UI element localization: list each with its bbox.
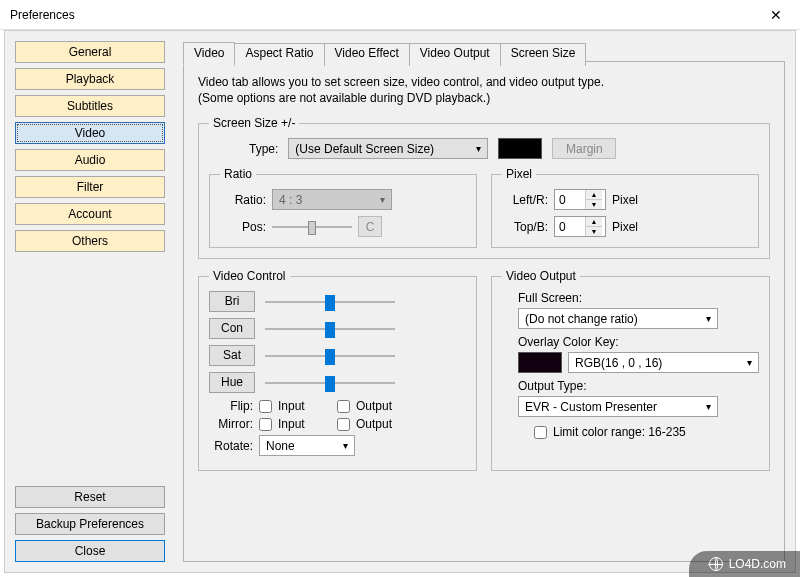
left-label: Left/R: [502, 193, 548, 207]
sidebar-item-general[interactable]: General [15, 41, 165, 63]
fullscreen-label: Full Screen: [502, 291, 759, 305]
type-select[interactable]: (Use Default Screen Size) ▾ [288, 138, 488, 159]
content: General Playback Subtitles Video Audio F… [4, 30, 796, 573]
overlay-color-swatch[interactable] [518, 352, 562, 373]
output-type-select-value: EVR - Custom Presenter [525, 400, 657, 414]
ratio-label: Ratio: [220, 193, 266, 207]
main-panel: Video Aspect Ratio Video Effect Video Ou… [183, 41, 785, 562]
chevron-down-icon: ▾ [476, 143, 481, 154]
globe-icon [709, 557, 723, 571]
brightness-button[interactable]: Bri [209, 291, 255, 312]
ratio-legend: Ratio [220, 167, 256, 181]
screen-size-legend: Screen Size +/- [209, 116, 299, 130]
video-output-legend: Video Output [502, 269, 580, 283]
window-title: Preferences [10, 8, 75, 22]
brightness-slider[interactable] [265, 293, 395, 311]
close-button[interactable]: Close [15, 540, 165, 562]
close-icon[interactable]: ✕ [762, 7, 790, 23]
left-input[interactable] [555, 193, 585, 207]
video-control-legend: Video Control [209, 269, 290, 283]
saturation-button[interactable]: Sat [209, 345, 255, 366]
sidebar-item-playback[interactable]: Playback [15, 68, 165, 90]
output-type-label: Output Type: [502, 379, 759, 393]
pixel-legend: Pixel [502, 167, 536, 181]
limit-color-range-label: Limit color range: 16-235 [553, 425, 686, 439]
video-output-group: Video Output Full Screen: (Do not change… [491, 269, 770, 471]
titlebar: Preferences ✕ [0, 0, 800, 30]
flip-input-checkbox[interactable] [259, 400, 272, 413]
hue-slider[interactable] [265, 374, 395, 392]
ratio-group: Ratio Ratio: 4 : 3 ▾ Pos: [209, 167, 477, 248]
chevron-down-icon: ▾ [747, 357, 752, 368]
chevron-down-icon: ▾ [706, 401, 711, 412]
overlay-label: Overlay Color Key: [502, 335, 759, 349]
pos-slider[interactable] [272, 218, 352, 236]
spin-down-icon[interactable]: ▼ [586, 200, 602, 210]
flip-output-checkbox[interactable] [337, 400, 350, 413]
tabs: Video Aspect Ratio Video Effect Video Ou… [183, 41, 785, 64]
pixel-unit: Pixel [612, 220, 638, 234]
flip-output-label: Output [356, 399, 392, 413]
sidebar-item-subtitles[interactable]: Subtitles [15, 95, 165, 117]
mirror-output-label: Output [356, 417, 392, 431]
overlay-select[interactable]: RGB(16 , 0 , 16) ▾ [568, 352, 759, 373]
pixel-unit: Pixel [612, 193, 638, 207]
spin-down-icon[interactable]: ▼ [586, 227, 602, 237]
center-button[interactable]: C [358, 216, 382, 237]
left-spinner[interactable]: ▲▼ [554, 189, 606, 210]
ratio-select-value: 4 : 3 [279, 193, 302, 207]
top-spinner[interactable]: ▲▼ [554, 216, 606, 237]
tab-video[interactable]: Video [183, 42, 235, 65]
sidebar-item-video[interactable]: Video [15, 122, 165, 144]
color-swatch[interactable] [498, 138, 542, 159]
output-type-select[interactable]: EVR - Custom Presenter ▾ [518, 396, 718, 417]
chevron-down-icon: ▾ [343, 440, 348, 451]
spin-up-icon[interactable]: ▲ [586, 190, 602, 200]
tab-screen-size[interactable]: Screen Size [500, 43, 587, 66]
hue-button[interactable]: Hue [209, 372, 255, 393]
tab-aspect-ratio[interactable]: Aspect Ratio [234, 43, 324, 66]
rotate-select[interactable]: None ▾ [259, 435, 355, 456]
reset-button[interactable]: Reset [15, 486, 165, 508]
mirror-label: Mirror: [209, 417, 253, 431]
sidebar: General Playback Subtitles Video Audio F… [15, 41, 165, 562]
watermark: LO4D.com [689, 551, 800, 577]
pixel-group: Pixel Left/R: ▲▼ Pixel Top/B: [491, 167, 759, 248]
top-input[interactable] [555, 220, 585, 234]
description: Video tab allows you to set screen size,… [198, 74, 770, 106]
sidebar-item-filter[interactable]: Filter [15, 176, 165, 198]
saturation-slider[interactable] [265, 347, 395, 365]
tab-video-effect[interactable]: Video Effect [324, 43, 410, 66]
screen-size-group: Screen Size +/- Type: (Use Default Scree… [198, 116, 770, 259]
top-label: Top/B: [502, 220, 548, 234]
mirror-output-checkbox[interactable] [337, 418, 350, 431]
tab-panel: Video tab allows you to set screen size,… [183, 61, 785, 562]
spin-up-icon[interactable]: ▲ [586, 217, 602, 227]
fullscreen-select-value: (Do not change ratio) [525, 312, 638, 326]
contrast-slider[interactable] [265, 320, 395, 338]
sidebar-item-account[interactable]: Account [15, 203, 165, 225]
pos-label: Pos: [220, 220, 266, 234]
tab-video-output[interactable]: Video Output [409, 43, 501, 66]
video-control-group: Video Control Bri Con Sat Hue [198, 269, 477, 471]
flip-label: Flip: [209, 399, 253, 413]
backup-preferences-button[interactable]: Backup Preferences [15, 513, 165, 535]
chevron-down-icon: ▾ [706, 313, 711, 324]
contrast-button[interactable]: Con [209, 318, 255, 339]
mirror-input-checkbox[interactable] [259, 418, 272, 431]
type-select-value: (Use Default Screen Size) [295, 142, 434, 156]
sidebar-item-audio[interactable]: Audio [15, 149, 165, 171]
chevron-down-icon: ▾ [380, 194, 385, 205]
sidebar-item-others[interactable]: Others [15, 230, 165, 252]
fullscreen-select[interactable]: (Do not change ratio) ▾ [518, 308, 718, 329]
watermark-text: LO4D.com [729, 557, 786, 571]
limit-color-range-checkbox[interactable] [534, 426, 547, 439]
flip-input-label: Input [278, 399, 305, 413]
mirror-input-label: Input [278, 417, 305, 431]
ratio-select[interactable]: 4 : 3 ▾ [272, 189, 392, 210]
rotate-select-value: None [266, 439, 295, 453]
type-label: Type: [249, 142, 278, 156]
margin-button[interactable]: Margin [552, 138, 616, 159]
rotate-label: Rotate: [209, 439, 253, 453]
overlay-select-value: RGB(16 , 0 , 16) [575, 356, 662, 370]
